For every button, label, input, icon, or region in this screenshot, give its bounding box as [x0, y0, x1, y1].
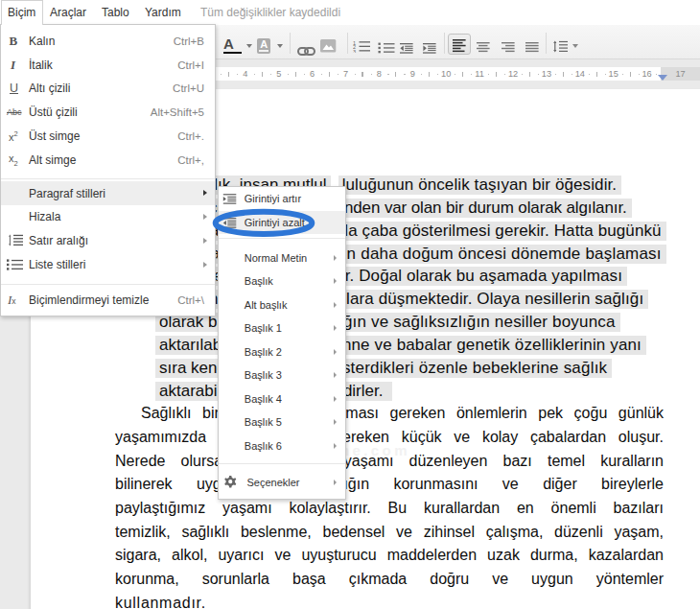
svg-text:3: 3 [353, 48, 356, 53]
